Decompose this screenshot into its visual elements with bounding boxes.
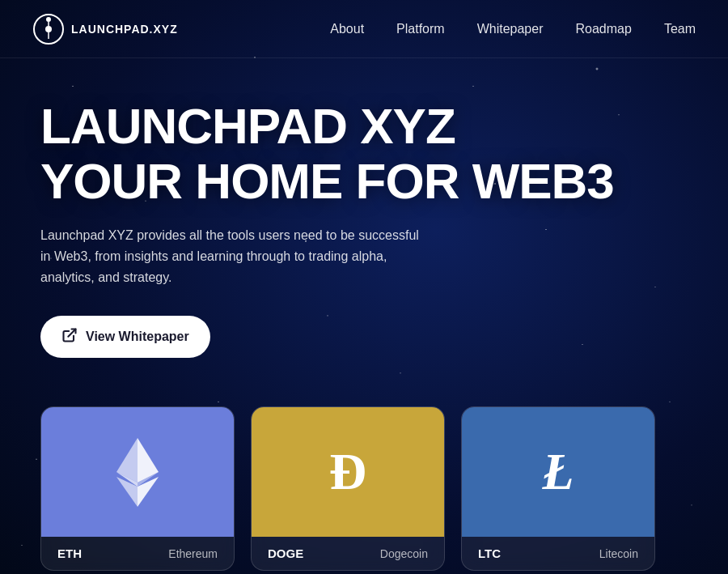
svg-line-5 xyxy=(68,330,75,337)
eth-name: Ethereum xyxy=(168,547,218,560)
svg-marker-6 xyxy=(138,438,159,483)
nav-item-whitepaper[interactable]: Whitepaper xyxy=(477,22,544,36)
ltc-name: Litecoin xyxy=(599,547,638,560)
svg-point-2 xyxy=(46,17,51,22)
external-link-icon xyxy=(61,327,78,347)
logo[interactable]: LAUNCHPAD.XYZ xyxy=(32,13,178,45)
eth-icon xyxy=(113,438,162,507)
hero-title-line2: YOUR HOME FOR WEB3 xyxy=(40,153,614,209)
whitepaper-button-label: View Whitepaper xyxy=(86,330,189,344)
ltc-card-footer: LTC Litecoin xyxy=(462,537,654,570)
hero-section: LAUNCHPAD XYZ YOUR HOME FOR WEB3 Launchp… xyxy=(0,58,728,382)
ltc-card-icon-area: Ł xyxy=(462,407,654,537)
crypto-card-doge[interactable]: Ð DOGE Dogecoin xyxy=(251,406,445,571)
ltc-symbol: LTC xyxy=(478,546,501,560)
nav-link-whitepaper[interactable]: Whitepaper xyxy=(477,22,544,36)
nav-link-roadmap[interactable]: Roadmap xyxy=(576,22,632,36)
nav-item-team[interactable]: Team xyxy=(664,22,696,36)
ltc-icon: Ł xyxy=(542,446,574,498)
nav-link-platform[interactable]: Platform xyxy=(396,22,445,36)
logo-icon xyxy=(32,13,65,45)
doge-card-icon-area: Ð xyxy=(252,407,444,537)
doge-icon: Ð xyxy=(329,446,366,498)
doge-symbol: DOGE xyxy=(268,546,303,560)
logo-text: LAUNCHPAD.XYZ xyxy=(71,23,178,36)
crypto-cards-section: ETH Ethereum Ð DOGE Dogecoin Ł LTC Litec… xyxy=(0,382,728,571)
nav-item-about[interactable]: About xyxy=(330,22,364,36)
hero-subtitle: Launchpad XYZ provides all the tools use… xyxy=(40,225,429,287)
eth-card-footer: ETH Ethereum xyxy=(41,537,234,570)
nav-link-about[interactable]: About xyxy=(330,22,364,36)
doge-name: Dogecoin xyxy=(380,547,428,560)
nav-item-platform[interactable]: Platform xyxy=(396,22,445,36)
hero-title: LAUNCHPAD XYZ YOUR HOME FOR WEB3 xyxy=(40,99,688,209)
nav-link-team[interactable]: Team xyxy=(664,22,696,36)
hero-title-line1: LAUNCHPAD XYZ xyxy=(40,98,455,154)
whitepaper-button[interactable]: View Whitepaper xyxy=(40,316,210,358)
eth-symbol: ETH xyxy=(57,546,82,560)
crypto-card-eth[interactable]: ETH Ethereum xyxy=(40,406,235,571)
doge-card-footer: DOGE Dogecoin xyxy=(252,537,444,570)
crypto-card-ltc[interactable]: Ł LTC Litecoin xyxy=(461,406,655,571)
eth-card-icon-area xyxy=(41,407,234,537)
svg-marker-7 xyxy=(116,438,138,483)
nav-item-roadmap[interactable]: Roadmap xyxy=(576,22,632,36)
svg-point-1 xyxy=(45,26,52,32)
